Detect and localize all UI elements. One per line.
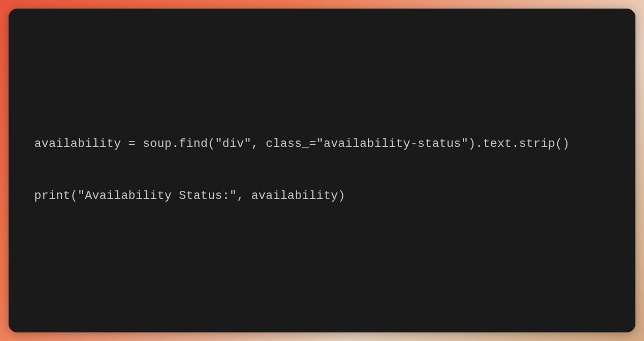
code-line-1: availability = soup.find("div", class_="…: [34, 137, 570, 151]
code-panel: availability = soup.find("div", class_="…: [9, 9, 635, 332]
code-line-3: print("Availability Status:", availabili…: [34, 189, 346, 203]
code-content: availability = soup.find("div", class_="…: [34, 131, 610, 209]
